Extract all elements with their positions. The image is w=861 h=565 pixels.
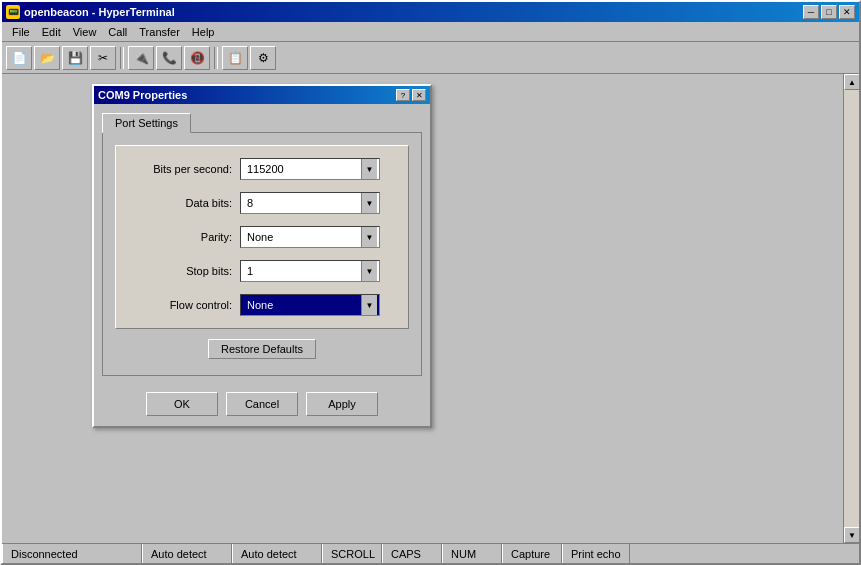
tab-port-settings[interactable]: Port Settings — [102, 113, 191, 133]
flow-control-label: Flow control: — [132, 299, 232, 311]
title-bar: 📟 openbeacon - HyperTerminal ─ □ ✕ — [2, 2, 859, 22]
dialog-title: COM9 Properties — [98, 89, 187, 101]
toolbar-paste-btn[interactable]: 📋 — [222, 46, 248, 70]
tab-panel: Bits per second: 115200 ▼ Data bits: 8 — [102, 132, 422, 376]
menu-bar: File Edit View Call Transfer Help — [2, 22, 859, 42]
parity-row: Parity: None ▼ — [132, 226, 392, 248]
menu-help[interactable]: Help — [186, 24, 221, 40]
status-scroll: SCROLL — [322, 544, 382, 563]
toolbar-separator-1 — [120, 47, 124, 69]
menu-file[interactable]: File — [6, 24, 36, 40]
vertical-scrollbar: ▲ ▼ — [843, 74, 859, 543]
bits-per-second-select[interactable]: 115200 ▼ — [240, 158, 380, 180]
app-icon: 📟 — [6, 5, 20, 19]
dialog-help-button[interactable]: ? — [396, 89, 410, 101]
data-bits-value: 8 — [243, 197, 361, 209]
restore-defaults-button[interactable]: Restore Defaults — [208, 339, 316, 359]
data-bits-select[interactable]: 8 ▼ — [240, 192, 380, 214]
toolbar-separator-2 — [214, 47, 218, 69]
toolbar-cut-btn[interactable]: ✂ — [90, 46, 116, 70]
menu-view[interactable]: View — [67, 24, 103, 40]
cancel-button[interactable]: Cancel — [226, 392, 298, 416]
toolbar-connect-btn[interactable]: 🔌 — [128, 46, 154, 70]
menu-transfer[interactable]: Transfer — [133, 24, 186, 40]
close-button[interactable]: ✕ — [839, 5, 855, 19]
scroll-down-button[interactable]: ▼ — [844, 527, 859, 543]
stop-bits-value: 1 — [243, 265, 361, 277]
stop-bits-row: Stop bits: 1 ▼ — [132, 260, 392, 282]
minimize-button[interactable]: ─ — [803, 5, 819, 19]
status-connection: Disconnected — [2, 544, 142, 563]
parity-select[interactable]: None ▼ — [240, 226, 380, 248]
status-auto-detect-2: Auto detect — [232, 544, 322, 563]
flow-control-arrow: ▼ — [361, 295, 377, 315]
flow-control-row: Flow control: None ▼ — [132, 294, 392, 316]
bits-per-second-label: Bits per second: — [132, 163, 232, 175]
status-num: NUM — [442, 544, 502, 563]
dialog-actions: OK Cancel Apply — [94, 384, 430, 426]
dialog-title-buttons: ? ✕ — [396, 89, 426, 101]
parity-arrow: ▼ — [361, 227, 377, 247]
status-auto-detect-1: Auto detect — [142, 544, 232, 563]
data-bits-row: Data bits: 8 ▼ — [132, 192, 392, 214]
toolbar: 📄 📂 💾 ✂ 🔌 📞 📵 📋 ⚙ — [2, 42, 859, 74]
flow-control-value: None — [243, 299, 361, 311]
status-caps: CAPS — [382, 544, 442, 563]
maximize-button[interactable]: □ — [821, 5, 837, 19]
dialog-close-button[interactable]: ✕ — [412, 89, 426, 101]
stop-bits-arrow: ▼ — [361, 261, 377, 281]
menu-call[interactable]: Call — [102, 24, 133, 40]
bits-per-second-value: 115200 — [243, 163, 361, 175]
ok-button[interactable]: OK — [146, 392, 218, 416]
bits-per-second-arrow: ▼ — [361, 159, 377, 179]
scroll-up-button[interactable]: ▲ — [844, 74, 859, 90]
window-title: openbeacon - HyperTerminal — [24, 6, 175, 18]
com9-properties-dialog: COM9 Properties ? ✕ Port Settings — [92, 84, 432, 428]
toolbar-save-btn[interactable]: 💾 — [62, 46, 88, 70]
title-bar-left: 📟 openbeacon - HyperTerminal — [6, 5, 175, 19]
toolbar-disconnect-btn[interactable]: 📵 — [184, 46, 210, 70]
bits-per-second-row: Bits per second: 115200 ▼ — [132, 158, 392, 180]
main-window: 📟 openbeacon - HyperTerminal ─ □ ✕ File … — [0, 0, 861, 565]
toolbar-open-btn[interactable]: 📂 — [34, 46, 60, 70]
tab-strip: Port Settings — [102, 112, 422, 132]
stop-bits-select[interactable]: 1 ▼ — [240, 260, 380, 282]
data-bits-label: Data bits: — [132, 197, 232, 209]
data-bits-arrow: ▼ — [361, 193, 377, 213]
toolbar-call-btn[interactable]: 📞 — [156, 46, 182, 70]
scroll-track[interactable] — [844, 90, 859, 527]
menu-edit[interactable]: Edit — [36, 24, 67, 40]
status-print-echo: Print echo — [562, 544, 630, 563]
status-bar: Disconnected Auto detect Auto detect SCR… — [2, 543, 859, 563]
dialog-content: Port Settings Bits per second: 115200 ▼ — [94, 104, 430, 384]
toolbar-new-btn[interactable]: 📄 — [6, 46, 32, 70]
title-bar-buttons: ─ □ ✕ — [803, 5, 855, 19]
apply-button[interactable]: Apply — [306, 392, 378, 416]
parity-label: Parity: — [132, 231, 232, 243]
status-capture: Capture — [502, 544, 562, 563]
content-area: COM9 Properties ? ✕ Port Settings — [2, 74, 859, 543]
stop-bits-label: Stop bits: — [132, 265, 232, 277]
toolbar-properties-btn[interactable]: ⚙ — [250, 46, 276, 70]
flow-control-select[interactable]: None ▼ — [240, 294, 380, 316]
parity-value: None — [243, 231, 361, 243]
settings-box: Bits per second: 115200 ▼ Data bits: 8 — [115, 145, 409, 329]
dialog-title-bar: COM9 Properties ? ✕ — [94, 86, 430, 104]
